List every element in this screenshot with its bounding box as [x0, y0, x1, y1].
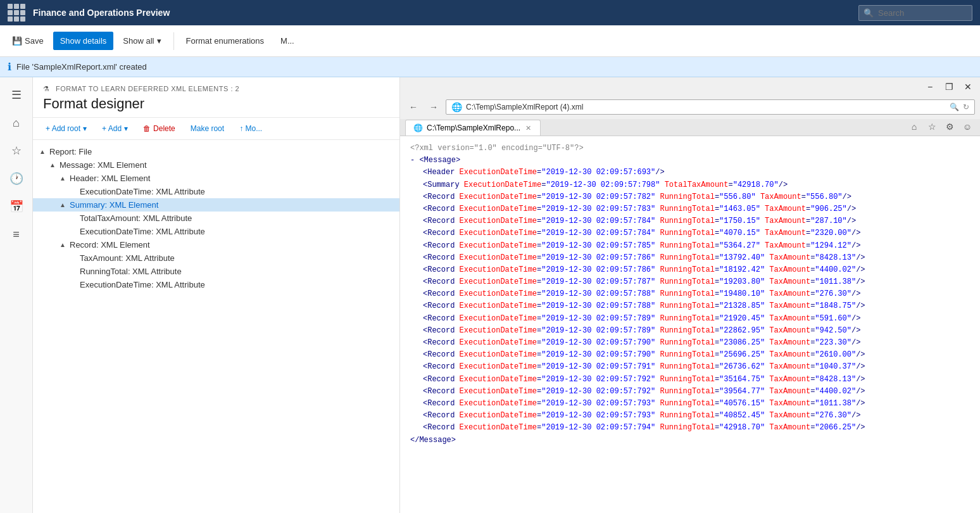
list-icon[interactable]: ≡ — [5, 223, 28, 246]
make-root-label: Make root — [191, 124, 224, 133]
smiley-tab-button[interactable]: ☺ — [960, 119, 975, 134]
show-details-button[interactable]: Show details — [53, 32, 114, 50]
tree-node-taxamount[interactable]: TaxAmount: XML Attribute — [33, 251, 399, 265]
app-grid-icon[interactable] — [8, 4, 25, 22]
tree-node-summary[interactable]: ▲ Summary: XML Element — [33, 198, 399, 212]
add-root-button[interactable]: + Add root ▾ — [41, 122, 92, 136]
add-label: + Add — [102, 124, 122, 133]
home-icon[interactable]: ⌂ — [5, 111, 28, 134]
browser-title-bar: − ❐ ✕ — [400, 77, 980, 96]
tree-toggle-message[interactable]: ▲ — [48, 161, 57, 170]
format-enumerations-button[interactable]: Format enumerations — [179, 32, 272, 50]
more-button[interactable]: M... — [273, 32, 301, 50]
delete-label: Delete — [153, 124, 175, 133]
browser-address-bar: ← → 🌐 C:\Temp\SampleXmlReport (4).xml 🔍 … — [400, 96, 980, 119]
save-button[interactable]: 💾 Save — [5, 32, 51, 50]
browser-icon: 🌐 — [451, 102, 462, 112]
notification-bar: ℹ File 'SampleXmlReport.xml' created — [0, 57, 980, 77]
delete-trash-icon: 🗑 — [143, 124, 151, 133]
url-box[interactable]: 🌐 C:\Temp\SampleXmlReport (4).xml 🔍 ↻ — [446, 99, 975, 115]
hamburger-icon[interactable]: ☰ — [5, 84, 28, 106]
tree-node-totaltaxamount[interactable]: TotalTaxAmount: XML Attribute — [33, 212, 399, 225]
add-root-label: + Add root — [46, 124, 80, 133]
save-label: Save — [25, 36, 44, 46]
tab-close-button[interactable]: ✕ — [524, 124, 532, 132]
more-label: M... — [280, 36, 294, 46]
main-toolbar: 💾 Save Show details Show all ▾ Format en… — [0, 25, 980, 57]
search-input[interactable] — [858, 5, 972, 21]
tree-label-runningtotal: RunningTotal: XML Attribute — [80, 267, 182, 276]
xml-message-open: - <Message> — [410, 155, 970, 167]
format-designer-title: Format designer — [43, 96, 389, 112]
side-icons: ☰ ⌂ ☆ 🕐 📅 ≡ — [0, 77, 33, 513]
settings-tab-button[interactable]: ⚙ — [942, 119, 957, 134]
tree-toggle-report[interactable]: ▲ — [38, 148, 47, 156]
url-text: C:\Temp\SampleXmlReport (4).xml — [466, 103, 583, 111]
tree-node-runningtotal[interactable]: RunningTotal: XML Attribute — [33, 265, 399, 278]
tree-node-executiondatetime-summary[interactable]: ExecutionDateTime: XML Attribute — [33, 225, 399, 238]
tree-toggle-edt-record — [68, 281, 77, 289]
save-icon: 💾 — [12, 36, 22, 46]
tree-node-executiondatetime-record[interactable]: ExecutionDateTime: XML Attribute — [33, 278, 399, 291]
browser-chrome: − ❐ ✕ ← → 🌐 C:\Temp\SampleXmlReport (4).… — [400, 77, 980, 136]
add-chevron-icon: ▾ — [124, 124, 128, 133]
tab-favicon: 🌐 — [413, 124, 423, 132]
toolbar-separator — [173, 32, 174, 50]
tree-toggle-summary[interactable]: ▲ — [58, 201, 67, 210]
tree-node-record[interactable]: ▲ Record: XML Element — [33, 238, 399, 251]
tab-actions: ⌂ ☆ ⚙ ☺ — [907, 119, 975, 136]
tree-label-message: Message: XML Element — [60, 160, 147, 170]
xml-record-13: <Record ExecutionDateTime="2019-12-30 02… — [410, 337, 970, 349]
make-root-button[interactable]: Make root — [185, 122, 229, 136]
tree-node-message[interactable]: ▲ Message: XML Element — [33, 158, 399, 172]
info-icon: ℹ — [8, 61, 11, 73]
app-title: Finance and Operations Preview — [33, 8, 851, 18]
tree-toggle-runningtotal — [68, 267, 77, 276]
browser-tab-active[interactable]: 🌐 C:\Temp\SampleXmlRepo... ✕ — [405, 120, 541, 136]
xml-record-11: <Record ExecutionDateTime="2019-12-30 02… — [410, 313, 970, 325]
main-layout: ☰ ⌂ ☆ 🕐 📅 ≡ ⚗ FORMAT TO LEARN DEFERRED X… — [0, 77, 980, 513]
delete-button[interactable]: 🗑 Delete — [138, 122, 180, 136]
show-all-button[interactable]: Show all ▾ — [116, 32, 168, 50]
tree-node-executiondatetime-header[interactable]: ExecutionDateTime: XML Attribute — [33, 185, 399, 198]
format-designer-toolbar: + Add root ▾ + Add ▾ 🗑 Delete Make root … — [33, 118, 399, 140]
calendar-icon[interactable]: 📅 — [5, 195, 28, 218]
close-button[interactable]: ✕ — [961, 80, 975, 94]
tree-node-header[interactable]: ▲ Header: XML Element — [33, 172, 399, 185]
forward-button[interactable]: → — [425, 99, 442, 115]
format-designer-subtitle: ⚗ FORMAT TO LEARN DEFERRED XML ELEMENTS … — [43, 85, 389, 93]
star-icon[interactable]: ☆ — [5, 139, 28, 162]
xml-record-18: <Record ExecutionDateTime="2019-12-30 02… — [410, 398, 970, 410]
move-button[interactable]: ↑ Mo... — [234, 122, 267, 136]
xml-record-10: <Record ExecutionDateTime="2019-12-30 02… — [410, 300, 970, 312]
tree-container: ▲ Report: File ▲ Message: XML Element ▲ … — [33, 140, 399, 513]
xml-record-4: <Record ExecutionDateTime="2019-12-30 02… — [410, 227, 970, 239]
xml-message-close: </Message> — [410, 434, 970, 446]
tree-node-report[interactable]: ▲ Report: File — [33, 145, 399, 158]
add-button[interactable]: + Add ▾ — [97, 122, 133, 136]
xml-summary-line: <Summary ExecutionDateTime="2019-12-30 0… — [410, 179, 970, 191]
tree-toggle-tta — [68, 214, 77, 223]
tree-toggle-header[interactable]: ▲ — [58, 174, 67, 183]
xml-record-2: <Record ExecutionDateTime="2019-12-30 02… — [410, 203, 970, 215]
show-all-chevron-icon: ▾ — [157, 36, 161, 46]
refresh-icon[interactable]: ↻ — [963, 103, 969, 111]
star-tab-button[interactable]: ☆ — [924, 119, 939, 134]
xml-record-3: <Record ExecutionDateTime="2019-12-30 02… — [410, 215, 970, 227]
back-button[interactable]: ← — [405, 99, 422, 115]
xml-header-line: <Header ExecutionDateTime="2019-12-30 02… — [410, 167, 970, 179]
xml-record-20: <Record ExecutionDateTime="2019-12-30 02… — [410, 422, 970, 434]
xml-record-19: <Record ExecutionDateTime="2019-12-30 02… — [410, 410, 970, 422]
tree-toggle-record[interactable]: ▲ — [58, 241, 67, 250]
tree-label-summary: Summary: XML Element — [70, 200, 158, 210]
home-tab-button[interactable]: ⌂ — [907, 119, 922, 134]
right-panel: − ❐ ✕ ← → 🌐 C:\Temp\SampleXmlReport (4).… — [400, 77, 980, 513]
restore-button[interactable]: ❐ — [942, 80, 956, 94]
tree-toggle-taxamount — [68, 254, 77, 263]
xml-record-5: <Record ExecutionDateTime="2019-12-30 02… — [410, 240, 970, 252]
notification-message: File 'SampleXmlReport.xml' created — [16, 62, 147, 72]
filter-icon: ⚗ — [43, 85, 50, 92]
minimize-button[interactable]: − — [923, 80, 937, 94]
clock-icon[interactable]: 🕐 — [5, 167, 28, 190]
tab-label: C:\Temp\SampleXmlRepo... — [427, 124, 520, 132]
